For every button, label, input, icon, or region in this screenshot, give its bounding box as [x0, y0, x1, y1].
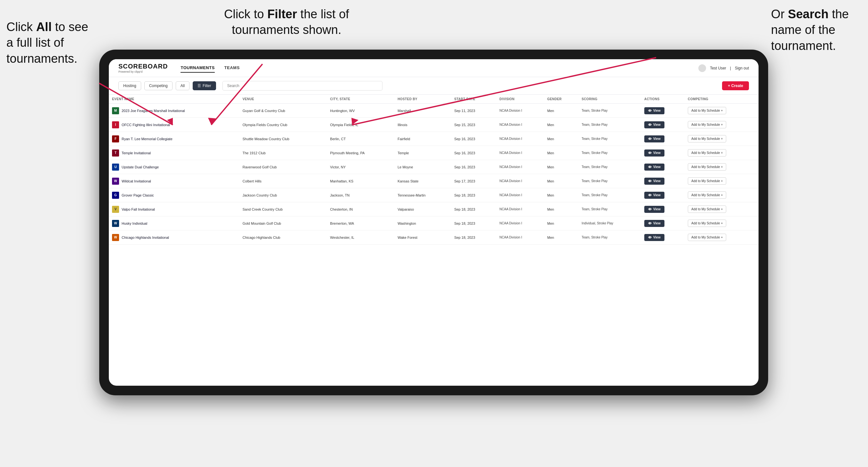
- team-logo-6: G: [112, 192, 119, 199]
- cell-gender-7: Men: [544, 202, 578, 216]
- cell-hosted-4: Le Moyne: [394, 160, 451, 174]
- separator: |: [730, 66, 731, 70]
- view-button-6[interactable]: 👁 View: [644, 192, 664, 199]
- col-actions: ACTIONS: [641, 95, 685, 104]
- header-right: Test User | Sign out: [699, 64, 749, 72]
- cell-city-6: Jackson, TN: [327, 188, 394, 202]
- add-schedule-button-2[interactable]: Add to My Schedule +: [688, 135, 726, 143]
- cell-event-name-5: W Wildcat Invitational: [109, 174, 239, 188]
- cell-date-3: Sep 16, 2023: [451, 146, 496, 160]
- cell-venue-2: Shuttle Meadow Country Club: [239, 132, 327, 146]
- cell-venue-4: Ravenwood Golf Club: [239, 160, 327, 174]
- cell-hosted-0: Marshall: [394, 104, 451, 118]
- eye-icon-3: 👁: [648, 151, 652, 155]
- cell-gender-6: Men: [544, 188, 578, 202]
- cell-hosted-6: Tennessee-Martin: [394, 188, 451, 202]
- team-logo-1: I: [112, 121, 119, 128]
- add-schedule-button-9[interactable]: Add to My Schedule +: [688, 234, 726, 241]
- add-schedule-button-3[interactable]: Add to My Schedule +: [688, 149, 726, 157]
- cell-action-4: 👁 View: [641, 160, 685, 174]
- team-logo-5: W: [112, 178, 119, 185]
- cell-venue-0: Guyan Golf & Country Club: [239, 104, 327, 118]
- team-logo-0: M: [112, 107, 119, 114]
- table-row: F Ryan T. Lee Memorial Collegiate Shuttl…: [109, 132, 758, 146]
- event-name-6: Grover Page Classic: [122, 193, 154, 197]
- cell-division-7: NCAA Division I: [496, 202, 544, 216]
- view-button-9[interactable]: 👁 View: [644, 234, 664, 241]
- cell-gender-9: Men: [544, 230, 578, 245]
- avatar: [699, 64, 706, 72]
- view-button-0[interactable]: 👁 View: [644, 107, 664, 114]
- cell-venue-3: The 1912 Club: [239, 146, 327, 160]
- add-schedule-button-6[interactable]: Add to My Schedule +: [688, 191, 726, 199]
- eye-icon-1: 👁: [648, 123, 652, 127]
- cell-city-7: Chesterton, IN: [327, 202, 394, 216]
- tablet-screen: SCOREBOARD Powered by clipp'd TOURNAMENT…: [109, 59, 758, 386]
- cell-scoring-8: Individual, Stroke Play: [578, 216, 641, 230]
- team-logo-7: V: [112, 206, 119, 213]
- col-start-date: START DATE: [451, 95, 496, 104]
- cell-hosted-8: Washington: [394, 216, 451, 230]
- col-city-state: CITY, STATE: [327, 95, 394, 104]
- view-button-1[interactable]: 👁 View: [644, 121, 664, 128]
- view-button-3[interactable]: 👁 View: [644, 150, 664, 157]
- col-gender: GENDER: [544, 95, 578, 104]
- sign-out-link[interactable]: Sign out: [735, 66, 749, 70]
- add-schedule-button-8[interactable]: Add to My Schedule +: [688, 220, 726, 227]
- cell-hosted-5: Kansas State: [394, 174, 451, 188]
- view-button-4[interactable]: 👁 View: [644, 163, 664, 170]
- cell-competing-6: Add to My Schedule +: [685, 188, 758, 202]
- filter-button[interactable]: ☰ Filter: [193, 81, 216, 90]
- cell-division-8: NCAA Division I: [496, 216, 544, 230]
- cell-event-name-9: W Chicago Highlands Invitational: [109, 230, 239, 245]
- header: SCOREBOARD Powered by clipp'd TOURNAMENT…: [109, 59, 758, 77]
- cell-hosted-9: Wake Forest: [394, 230, 451, 245]
- filter-label: Filter: [203, 84, 211, 88]
- cell-city-5: Manhattan, KS: [327, 174, 394, 188]
- col-division: DIVISION: [496, 95, 544, 104]
- add-schedule-button-0[interactable]: Add to My Schedule +: [688, 107, 726, 114]
- hosting-filter-btn[interactable]: Hosting: [118, 81, 141, 90]
- view-button-5[interactable]: 👁 View: [644, 178, 664, 185]
- logo-sub: Powered by clipp'd: [118, 70, 168, 73]
- table-row: W Husky Individual Gold Mountain Golf Cl…: [109, 216, 758, 230]
- cell-event-name-4: U Upstate Dual Challenge: [109, 160, 239, 174]
- cell-action-9: 👁 View: [641, 230, 685, 245]
- cell-scoring-4: Team, Stroke Play: [578, 160, 641, 174]
- cell-gender-3: Men: [544, 146, 578, 160]
- cell-scoring-9: Team, Stroke Play: [578, 230, 641, 245]
- competing-filter-btn[interactable]: Competing: [144, 81, 173, 90]
- cell-date-6: Sep 18, 2023: [451, 188, 496, 202]
- add-schedule-button-5[interactable]: Add to My Schedule +: [688, 177, 726, 185]
- table-row: I OFCC Fighting Illini Invitational Olym…: [109, 118, 758, 132]
- add-schedule-button-1[interactable]: Add to My Schedule +: [688, 121, 726, 128]
- cell-date-8: Sep 18, 2023: [451, 216, 496, 230]
- cell-action-6: 👁 View: [641, 188, 685, 202]
- nav-tab-tournaments[interactable]: TOURNAMENTS: [181, 63, 214, 73]
- team-logo-3: T: [112, 150, 119, 157]
- add-schedule-button-7[interactable]: Add to My Schedule +: [688, 206, 726, 213]
- table-row: T Temple Invitational The 1912 Club Plym…: [109, 146, 758, 160]
- view-button-2[interactable]: 👁 View: [644, 135, 664, 143]
- logo-area: SCOREBOARD Powered by clipp'd: [118, 63, 168, 73]
- search-input[interactable]: [222, 81, 382, 91]
- tournaments-table: EVENT NAME VENUE CITY, STATE HOSTED BY S…: [109, 95, 758, 245]
- table-header-row: EVENT NAME VENUE CITY, STATE HOSTED BY S…: [109, 95, 758, 104]
- nav-tab-teams[interactable]: TEAMS: [224, 63, 240, 73]
- nav-tabs: TOURNAMENTS TEAMS: [181, 63, 699, 73]
- cell-division-0: NCAA Division I: [496, 104, 544, 118]
- cell-venue-6: Jackson Country Club: [239, 188, 327, 202]
- view-button-8[interactable]: 👁 View: [644, 220, 664, 227]
- create-button[interactable]: + Create: [722, 81, 749, 90]
- cell-venue-5: Colbert Hills: [239, 174, 327, 188]
- eye-icon-7: 👁: [648, 208, 652, 211]
- cell-gender-4: Men: [544, 160, 578, 174]
- all-filter-btn[interactable]: All: [176, 81, 189, 90]
- cell-city-1: Olympia Fields, IL: [327, 118, 394, 132]
- eye-icon-5: 👁: [648, 179, 652, 183]
- col-scoring: SCORING: [578, 95, 641, 104]
- cell-competing-8: Add to My Schedule +: [685, 216, 758, 230]
- view-button-7[interactable]: 👁 View: [644, 206, 664, 213]
- add-schedule-button-4[interactable]: Add to My Schedule +: [688, 163, 726, 170]
- cell-gender-0: Men: [544, 104, 578, 118]
